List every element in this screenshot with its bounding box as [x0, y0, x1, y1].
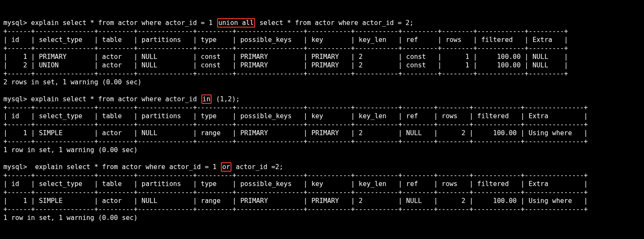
mysql-prompt: mysql>	[3, 95, 27, 103]
highlighted-keyword: union all	[217, 18, 255, 28]
table-header-row: | id | select_type | table | partitions …	[3, 36, 641, 44]
sql-text-prefix: explain select * from actor where actor_…	[27, 19, 217, 27]
mysql-prompt: mysql>	[3, 163, 27, 171]
sql-text-suffix: (1,2);	[212, 95, 239, 103]
table-data-row: | 1 | PRIMARY | actor | NULL | const | P…	[3, 53, 641, 61]
table-data-row: | 1 | SIMPLE | actor | NULL | range | PR…	[3, 129, 641, 137]
sql-command-line[interactable]: mysql> explain select * from actor where…	[3, 95, 641, 103]
sql-text-prefix: explain select * from actor where actor_…	[27, 95, 201, 103]
sql-text-prefix: explain select * from actor where actor_…	[27, 163, 220, 171]
table-border: +------+---------------+---------+------…	[3, 205, 641, 214]
table-border: +------+---------------+---------+------…	[3, 171, 641, 180]
table-border: +------+---------------+---------+------…	[3, 188, 641, 197]
blank-line	[3, 154, 641, 163]
result-footer: 2 rows in set, 1 warning (0.00 sec)	[3, 78, 641, 86]
sql-text-suffix: actor_id =2;	[232, 163, 283, 171]
sql-text-suffix: select * from actor where actor_id = 2;	[256, 19, 413, 27]
terminal-output: mysql> explain select * from actor where…	[3, 19, 641, 222]
table-border: +------+---------------+---------+------…	[3, 103, 641, 112]
highlighted-keyword: or	[221, 162, 231, 172]
table-data-row: | 1 | SIMPLE | actor | NULL | range | PR…	[3, 197, 641, 205]
table-border: +------+---------------+---------+------…	[3, 137, 641, 146]
table-border: +------+---------------+---------+------…	[3, 69, 641, 78]
table-header-row: | id | select_type | table | partitions …	[3, 180, 641, 188]
sql-command-line[interactable]: mysql> explain select * from actor where…	[3, 163, 641, 171]
table-border: +------+---------------+---------+------…	[3, 120, 641, 129]
result-footer: 1 row in set, 1 warning (0.00 sec)	[3, 214, 641, 222]
result-footer: 1 row in set, 1 warning (0.00 sec)	[3, 146, 641, 154]
table-data-row: | 2 | UNION | actor | NULL | const | PRI…	[3, 61, 641, 69]
sql-command-line[interactable]: mysql> explain select * from actor where…	[3, 19, 641, 27]
highlighted-keyword: in	[201, 94, 212, 104]
table-header-row: | id | select_type | table | partitions …	[3, 112, 641, 120]
blank-line	[3, 86, 641, 95]
table-border: +------+---------------+---------+------…	[3, 44, 641, 53]
mysql-prompt: mysql>	[3, 19, 27, 27]
table-border: +------+---------------+---------+------…	[3, 27, 641, 36]
